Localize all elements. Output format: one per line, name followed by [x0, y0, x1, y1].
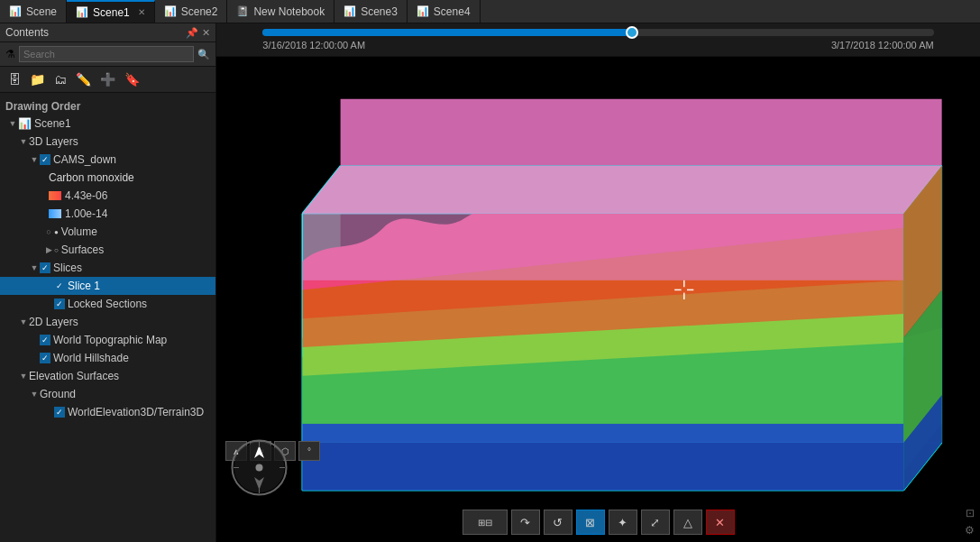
tab-scene4-label: Scene4 — [434, 5, 471, 18]
checkbox-world-elev[interactable]: ✓ — [54, 407, 65, 418]
expander-cams[interactable]: ▼ — [29, 155, 40, 164]
timeline-thumb[interactable] — [626, 26, 638, 39]
contents-title: Contents — [5, 26, 49, 39]
checkbox-slice1[interactable]: ✓ — [54, 280, 65, 291]
timeline-track[interactable] — [262, 29, 933, 36]
layer-icon[interactable]: 🗂 — [51, 70, 69, 88]
close-panel-icon[interactable]: ✕ — [202, 27, 210, 39]
timeline-labels: 3/16/2018 12:00:00 AM 3/17/2018 12:00:00… — [262, 40, 933, 51]
tab-scene[interactable]: 📊 Scene — [0, 0, 67, 23]
tree-item-slices[interactable]: ▼ ✓ Slices — [0, 259, 215, 277]
tree-item-val1: 4.43e-06 — [0, 187, 215, 205]
tree-item-3d-layers[interactable]: ▼ 3D Layers — [0, 133, 215, 151]
tab-bar: 📊 Scene 📊 Scene1 ✕ 📊 Scene2 📓 New Notebo… — [0, 0, 980, 23]
notebook-tab-icon: 📓 — [236, 5, 249, 17]
orbit-btn[interactable]: ↺ — [544, 510, 572, 535]
tab-scene2-label: Scene2 — [181, 5, 218, 18]
tree-label-locked: Locked Sections — [68, 298, 147, 310]
scene-canvas[interactable]: ▲ ↻ ⬡ ° — [216, 57, 980, 542]
scene-view: 3/16/2018 12:00:00 AM 3/17/2018 12:00:00… — [216, 23, 980, 542]
tab-new-notebook[interactable]: 📓 New Notebook — [227, 0, 334, 23]
close-scene-btn[interactable]: ✕ — [706, 510, 735, 535]
tree-item-surfaces[interactable]: ▶ ○ Surfaces — [0, 241, 215, 259]
tree-label-ground: Ground — [40, 388, 76, 400]
tab-scene4[interactable]: 📊 Scene4 — [408, 0, 481, 23]
edit-icon[interactable]: ✏️ — [73, 70, 94, 88]
tree-label-slices: Slices — [53, 262, 82, 274]
tree-item-cams-down[interactable]: ▼ ✓ CAMS_down — [0, 151, 215, 169]
checkbox-slices[interactable]: ✓ — [40, 262, 50, 273]
expander-2d-layers[interactable]: ▼ — [18, 317, 29, 326]
svg-point-43 — [256, 464, 263, 472]
tree-item-2d-layers[interactable]: ▼ 2D Layers — [0, 313, 215, 331]
tree-item-world-hillshade[interactable]: ✓ World Hillshade — [0, 349, 215, 367]
search-input[interactable] — [19, 46, 194, 62]
expander-volume[interactable]: ○ — [43, 227, 54, 236]
tree-view: Drawing Order ▼ 📊 Scene1 ▼ 3D Layers ▼ ✓… — [0, 93, 215, 542]
tab-scene2[interactable]: 📊 Scene2 — [155, 0, 228, 23]
checkbox-cams[interactable]: ✓ — [40, 154, 50, 165]
tree-item-world-topo[interactable]: ✓ World Topographic Map — [0, 331, 215, 349]
tree-label-val1: 4.43e-06 — [65, 189, 107, 202]
tree-item-volume[interactable]: ○ ● Volume — [0, 223, 215, 241]
database-icon[interactable]: 🗄 — [5, 70, 23, 88]
tree-label-slice1: Slice 1 — [68, 280, 100, 292]
pin-icon[interactable]: 📌 — [186, 27, 198, 39]
tree-label-elevation: Elevation Surfaces — [29, 370, 119, 382]
tree-label-scene1: Scene1 — [34, 117, 71, 130]
scene3-tab-icon: 📊 — [343, 5, 356, 17]
tab-notebook-label: New Notebook — [253, 5, 325, 18]
tree-item-world-elevation[interactable]: ✓ WorldElevation3D/Terrain3D — [0, 403, 215, 421]
search-icon[interactable]: 🔍 — [197, 49, 210, 60]
expander-slices[interactable]: ▼ — [29, 263, 40, 272]
checkbox-hillshade[interactable]: ✓ — [40, 353, 50, 363]
settings-icon[interactable]: ⚙ — [965, 524, 975, 537]
scene2-tab-icon: 📊 — [164, 5, 177, 17]
tree-label-volume: Volume — [61, 225, 97, 238]
grid-btn[interactable]: ⊠ — [576, 510, 605, 535]
header-actions: 📌 ✕ — [186, 27, 210, 39]
extrude-btn[interactable]: △ — [673, 510, 702, 535]
expander-ground[interactable]: ▼ — [29, 390, 40, 399]
contents-header: Contents 📌 ✕ — [0, 23, 215, 42]
checkbox-world-topo[interactable]: ✓ — [40, 335, 50, 345]
contents-toolbar: 🗄 📁 🗂 ✏️ ➕ 🔖 — [0, 67, 215, 93]
timeline-start-date: 3/16/2018 12:00:00 AM — [262, 40, 365, 51]
terrain-visualization — [216, 57, 980, 542]
expander-elevation[interactable]: ▼ — [18, 372, 29, 381]
nav-compass[interactable] — [230, 438, 289, 497]
tree-label-hillshade: World Hillshade — [53, 352, 129, 364]
contents-panel: Contents 📌 ✕ ⚗ 🔍 🗄 📁 🗂 ✏️ ➕ 🔖 Drawing Or… — [0, 23, 216, 542]
scene1-tab-icon: 📊 — [76, 6, 88, 18]
tree-item-ground[interactable]: ▼ Ground — [0, 385, 215, 403]
timeline-bar[interactable]: 3/16/2018 12:00:00 AM 3/17/2018 12:00:00… — [216, 23, 980, 57]
tree-item-elevation-surfaces[interactable]: ▼ Elevation Surfaces — [0, 367, 215, 385]
navigate-btn[interactable]: ⤢ — [641, 510, 670, 535]
tree-item-scene1[interactable]: ▼ 📊 Scene1 — [0, 115, 215, 133]
bookmark-icon[interactable]: 🔖 — [122, 70, 142, 88]
expander-scene1[interactable]: ▼ — [7, 119, 18, 128]
color-swatch-low — [49, 209, 61, 218]
rotate-btn[interactable]: ↷ — [511, 510, 540, 535]
checkbox-locked[interactable]: ✓ — [54, 299, 65, 309]
tab-scene1[interactable]: 📊 Scene1 ✕ — [67, 0, 155, 23]
tree-label-2d-layers: 2D Layers — [29, 316, 78, 328]
expander-surfaces[interactable]: ▶ — [43, 245, 54, 254]
tree-label-world-topo: World Topographic Map — [53, 334, 167, 346]
tree-item-slice1[interactable]: ✓ Slice 1 — [0, 277, 215, 295]
svg-rect-29 — [302, 214, 903, 280]
tab-scene3[interactable]: 📊 Scene3 — [334, 0, 408, 23]
tab-close-icon[interactable]: ✕ — [138, 7, 145, 17]
select-feature-btn[interactable]: ⊞⊟ — [463, 510, 508, 535]
tree-item-locked-sections[interactable]: ✓ Locked Sections — [0, 295, 215, 313]
circle-surfaces: ○ — [54, 246, 59, 254]
tree-label-world-elev: WorldElevation3D/Terrain3D — [68, 406, 204, 418]
nav-icon-4[interactable]: ° — [298, 441, 320, 461]
add-icon[interactable]: ➕ — [97, 70, 118, 88]
pan-btn[interactable]: ✦ — [609, 510, 637, 535]
panel-icon[interactable]: ⊡ — [966, 507, 975, 519]
svg-rect-26 — [302, 443, 903, 491]
search-bar: ⚗ 🔍 — [0, 42, 215, 67]
expander-3d-layers[interactable]: ▼ — [18, 137, 29, 146]
folder-icon[interactable]: 📁 — [27, 70, 48, 88]
